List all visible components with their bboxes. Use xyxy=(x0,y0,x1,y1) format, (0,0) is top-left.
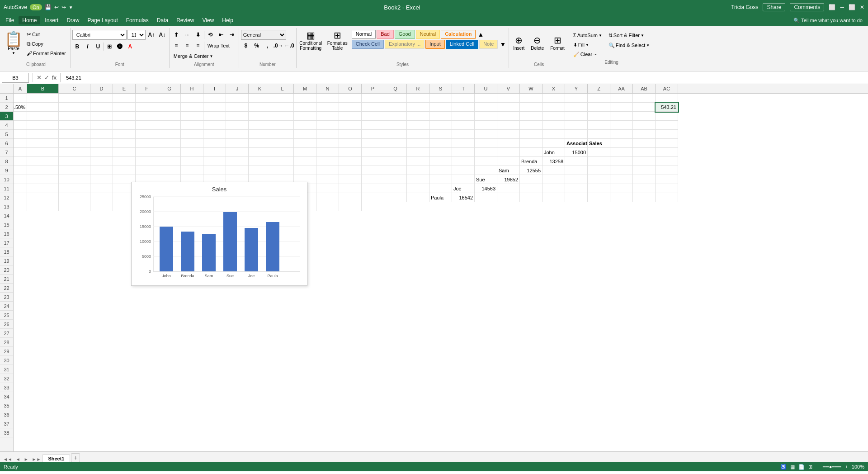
cell-G8[interactable] xyxy=(656,148,678,157)
cell-O3[interactable] xyxy=(294,112,316,121)
cell-Z6[interactable] xyxy=(475,139,497,148)
cell-E12[interactable] xyxy=(520,184,542,193)
cell-C10[interactable]: 12555 xyxy=(520,166,542,175)
cell-Y12[interactable] xyxy=(316,193,339,202)
cell-F6[interactable] xyxy=(14,139,27,148)
cell-Z7[interactable] xyxy=(452,148,475,157)
cell-AA9[interactable] xyxy=(429,166,452,175)
style-explanatory[interactable]: Explanatory ... xyxy=(385,40,425,49)
style-bad[interactable]: Bad xyxy=(377,30,394,39)
align-left-button[interactable]: ≡ xyxy=(171,41,181,51)
style-normal[interactable]: Normal xyxy=(352,30,376,39)
col-header-AB[interactable]: AB xyxy=(633,84,656,93)
row-1[interactable]: 1 xyxy=(0,94,13,103)
cell-O5[interactable] xyxy=(249,130,271,139)
cell-M4[interactable] xyxy=(226,121,249,130)
cell-F13[interactable] xyxy=(520,193,542,202)
cell-E1[interactable] xyxy=(113,94,136,103)
col-header-Y[interactable]: Y xyxy=(565,84,588,93)
row-37[interactable]: 37 xyxy=(0,419,13,428)
cell-Q1[interactable] xyxy=(384,94,407,103)
cell-I9[interactable] xyxy=(14,166,27,175)
confirm-formula-icon[interactable]: ✓ xyxy=(44,74,49,81)
cell-L13[interactable] xyxy=(656,193,678,202)
cancel-formula-icon[interactable]: ✕ xyxy=(37,74,42,81)
cell-L12[interactable] xyxy=(14,193,27,202)
cell-T1[interactable] xyxy=(452,94,475,103)
cell-A12[interactable] xyxy=(429,184,452,193)
cell-K10[interactable] xyxy=(27,175,59,184)
cell-AB3[interactable] xyxy=(588,112,610,121)
cell-I6[interactable] xyxy=(90,139,113,148)
cell-R9[interactable] xyxy=(226,166,249,175)
col-header-O[interactable]: O xyxy=(339,84,362,93)
cell-AB13[interactable] xyxy=(362,202,384,211)
sheet-tab-sheet1[interactable]: Sheet1 xyxy=(42,455,70,462)
cell-K11[interactable] xyxy=(14,184,27,193)
cell-G9[interactable] xyxy=(633,157,656,166)
cell-L10[interactable] xyxy=(59,175,90,184)
find-dropdown[interactable]: ▼ xyxy=(646,43,650,47)
cell-R8[interactable] xyxy=(249,157,271,166)
paste-button[interactable]: 📋 Paste ▼ xyxy=(4,30,24,57)
cell-AB2[interactable] xyxy=(610,103,633,112)
cell-O13[interactable] xyxy=(59,202,90,211)
cell-O12[interactable] xyxy=(90,193,113,202)
cell-N1[interactable] xyxy=(316,94,339,103)
cell-I5[interactable] xyxy=(113,130,136,139)
cell-D2[interactable] xyxy=(59,103,90,112)
cell-W8[interactable] xyxy=(362,157,384,166)
cell-I3[interactable] xyxy=(158,112,181,121)
row-31[interactable]: 31 xyxy=(0,365,13,374)
cell-M2[interactable] xyxy=(271,103,294,112)
col-header-K[interactable]: K xyxy=(249,84,271,93)
cut-button[interactable]: ✂ Cut xyxy=(24,30,68,39)
row-30[interactable]: 30 xyxy=(0,356,13,365)
cell-R7[interactable] xyxy=(271,148,294,157)
cell-B8[interactable]: John xyxy=(542,148,565,157)
col-header-B[interactable]: B xyxy=(27,84,59,93)
menu-formulas[interactable]: Formulas xyxy=(123,16,152,24)
cell-M8[interactable] xyxy=(136,157,158,166)
cell-AA4[interactable] xyxy=(542,121,565,130)
col-header-AA[interactable]: AA xyxy=(610,84,633,93)
cell-AB9[interactable] xyxy=(452,166,475,175)
cell-C13[interactable]: 16542 xyxy=(452,193,475,202)
cell-E10[interactable] xyxy=(565,166,588,175)
cell-X6[interactable] xyxy=(429,139,452,148)
cell-J12[interactable] xyxy=(633,184,656,193)
cell-R3[interactable] xyxy=(362,112,384,121)
cell-Q3[interactable] xyxy=(339,112,362,121)
cell-A3[interactable] xyxy=(633,103,656,112)
cell-Q8[interactable] xyxy=(226,157,249,166)
style-linked-cell[interactable]: Linked Cell xyxy=(446,40,478,49)
cell-K6[interactable] xyxy=(136,139,158,148)
cell-D6[interactable] xyxy=(633,130,656,139)
cell-H11[interactable] xyxy=(610,175,633,184)
autosum-dropdown[interactable]: ▼ xyxy=(599,33,602,38)
cell-B11[interactable]: Sue xyxy=(475,175,497,184)
cell-L4[interactable] xyxy=(203,121,226,130)
cell-V2[interactable] xyxy=(475,103,497,112)
text-direction-button[interactable]: ⟲ xyxy=(205,30,215,40)
cell-E7[interactable] xyxy=(633,139,656,148)
cell-J10[interactable] xyxy=(14,175,27,184)
cell-T6[interactable] xyxy=(339,139,362,148)
cell-G1[interactable] xyxy=(158,94,181,103)
cell-L8[interactable] xyxy=(113,157,136,166)
cell-X5[interactable] xyxy=(452,130,475,139)
menu-file[interactable]: File xyxy=(2,16,18,24)
cell-W3[interactable] xyxy=(475,112,497,121)
row-27[interactable]: 27 xyxy=(0,329,13,338)
row-4[interactable]: 4 xyxy=(0,121,13,130)
cell-Y7[interactable] xyxy=(429,148,452,157)
save-icon[interactable]: 💾 xyxy=(45,4,52,10)
cell-D8[interactable] xyxy=(588,148,610,157)
cell-O9[interactable] xyxy=(158,166,181,175)
cell-P8[interactable] xyxy=(203,157,226,166)
col-header-M[interactable]: M xyxy=(294,84,316,93)
col-header-S[interactable]: S xyxy=(429,84,452,93)
col-header-C[interactable]: C xyxy=(59,84,90,93)
cell-AB4[interactable] xyxy=(565,121,588,130)
cell-J2[interactable] xyxy=(203,103,226,112)
